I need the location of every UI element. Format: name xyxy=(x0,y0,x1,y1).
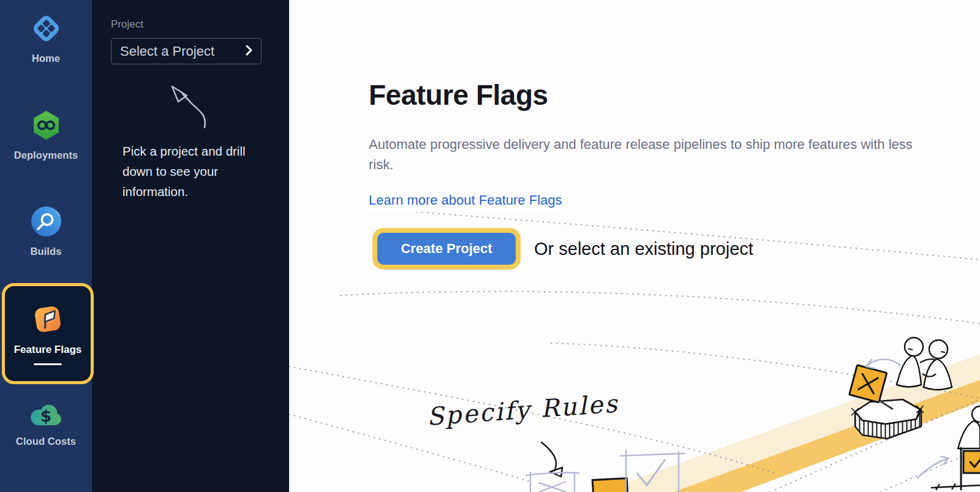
path-band-pale xyxy=(600,354,980,492)
feature-flags-icon xyxy=(31,302,65,339)
cta-row: Create Project Or select an existing pro… xyxy=(369,225,753,272)
project-hint-text: Pick a project and drill down to see you… xyxy=(123,141,254,202)
dollar-glyph: $ xyxy=(40,407,51,425)
project-panel: Project Select a Project Pick a project … xyxy=(92,0,289,492)
deployments-icon xyxy=(30,109,62,144)
project-label: Project xyxy=(111,18,143,31)
chevron-right-icon xyxy=(246,45,252,58)
sidebar-item-home[interactable]: Home xyxy=(0,12,92,64)
project-selector[interactable]: Select a Project xyxy=(111,38,262,64)
home-icon xyxy=(30,12,62,47)
checkbox-check-doodle xyxy=(620,450,685,492)
learn-more-link[interactable]: Learn more about Feature Flags xyxy=(361,189,570,212)
sidebar-item-label: Builds xyxy=(30,246,61,257)
people-doodle xyxy=(897,338,952,390)
sidebar-item-cloud-costs[interactable]: $ Cloud Costs xyxy=(0,402,92,447)
down-arrow-doodle xyxy=(541,442,562,477)
selected-indicator xyxy=(34,363,62,365)
doodle-arrow-icon xyxy=(165,80,221,138)
platform-doodle xyxy=(851,395,924,439)
up-arrow-icon xyxy=(918,456,948,478)
sidebar-item-builds[interactable]: Builds xyxy=(0,205,92,257)
sidebar-item-feature-flags[interactable]: Feature Flags xyxy=(2,283,94,384)
x-flag-doodle xyxy=(850,365,887,403)
sidebar-item-deployments[interactable]: Deployments xyxy=(0,109,92,161)
project-selector-value: Select a Project xyxy=(120,44,214,59)
page-title: Feature Flags xyxy=(369,78,548,112)
create-project-button[interactable]: Create Project xyxy=(377,233,516,265)
sidebar-item-label: Deployments xyxy=(14,149,78,161)
checkbox-x-doodle xyxy=(526,472,579,492)
nav-rail: Home Deployments xyxy=(0,0,92,492)
path-band xyxy=(674,380,980,492)
sidebar-item-label: Feature Flags xyxy=(14,344,82,356)
sidebar-item-label: Home xyxy=(32,53,60,64)
or-select-text: Or select an existing project xyxy=(534,239,753,259)
curved-arrow-icon xyxy=(866,359,900,368)
specify-rules-caption: Specify Rules xyxy=(426,389,619,431)
page-description: Automate progressive delivery and featur… xyxy=(369,134,941,175)
feature-flags-page: Specify Rules xyxy=(289,0,980,492)
sidebar-item-label: Cloud Costs xyxy=(16,436,76,447)
mini-flag-doodle xyxy=(592,479,628,492)
cloud-costs-icon: $ xyxy=(29,402,63,430)
builds-icon xyxy=(30,205,62,240)
check-flag-doodle xyxy=(931,406,980,490)
